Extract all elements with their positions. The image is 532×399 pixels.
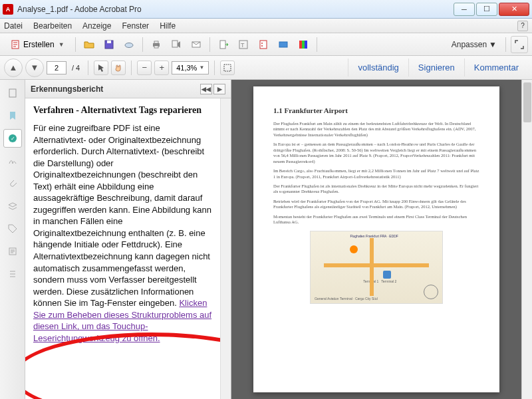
hand-tool-button[interactable] (111, 61, 126, 75)
zoom-level-select[interactable]: 41,3% ▼ (172, 61, 209, 74)
doc-paragraph: Im Bereich Cargo, also Frachtaufkommen, … (273, 168, 479, 180)
page-number-input[interactable] (47, 61, 66, 74)
thumbnails-icon[interactable] (3, 84, 22, 102)
panel-next-button[interactable]: ▶ (213, 84, 225, 94)
navigation-toolbar: ▲ ▼ / 4 − + 41,3% ▼ vollständig Signiere… (0, 56, 532, 80)
svg-rect-9 (220, 41, 225, 49)
menu-window[interactable]: Fenster (122, 21, 149, 31)
airport-map-figure: General Aviation Terminal · Cargo City S… (310, 231, 443, 304)
select-tool-button[interactable] (94, 61, 108, 75)
svg-rect-17 (302, 41, 305, 49)
tools-link[interactable]: vollständig (348, 59, 408, 76)
menu-file[interactable]: Datei (4, 21, 23, 31)
sign-link[interactable]: Signieren (408, 59, 464, 76)
layers-icon[interactable] (3, 197, 22, 215)
page-down-button[interactable]: ▼ (25, 59, 44, 77)
open-button[interactable] (80, 36, 98, 53)
svg-rect-12 (260, 41, 267, 49)
page-total-label: / 4 (72, 64, 80, 72)
dropdown-arrow-icon: ▼ (59, 41, 65, 48)
dropdown-arrow-icon: ▼ (489, 40, 497, 49)
save-button[interactable] (100, 36, 118, 53)
menu-help[interactable]: Hilfe (160, 21, 176, 31)
order-icon[interactable] (3, 265, 22, 283)
export-button[interactable] (215, 36, 232, 53)
svg-rect-19 (224, 65, 231, 71)
comment-link[interactable]: Kommentar (464, 59, 528, 76)
bookmarks-icon[interactable] (3, 106, 22, 125)
svg-point-13 (261, 43, 263, 44)
app-icon: A (3, 4, 13, 15)
doc-heading: 1.1 Frankfurter Airport (273, 106, 479, 114)
panel-text: Für eine zugreifbare PDF ist eine Altern… (33, 123, 211, 308)
panel-heading: Verfahren - Alternativtext Tags reparier… (33, 105, 212, 116)
cloud-button[interactable] (120, 36, 138, 53)
fullscreen-button[interactable] (511, 36, 528, 53)
svg-rect-2 (107, 41, 111, 43)
window-title: Analyse_1.pdf - Adobe Acrobat Pro (17, 5, 452, 14)
svg-rect-15 (279, 42, 287, 47)
zoom-value: 41,3% (176, 64, 197, 72)
customize-button[interactable]: Anpassen ▼ (448, 40, 501, 49)
svg-rect-16 (299, 41, 302, 49)
email-button[interactable] (188, 36, 205, 53)
svg-rect-5 (154, 41, 158, 43)
svg-rect-18 (305, 41, 307, 49)
svg-rect-6 (154, 46, 158, 48)
print-button[interactable] (148, 36, 165, 53)
doc-paragraph: Momentan besteht der Frankfurter Flughaf… (273, 214, 479, 225)
menu-edit[interactable]: Bearbeiten (33, 21, 72, 31)
svg-point-14 (261, 45, 263, 47)
maximize-button[interactable]: ☐ (476, 3, 497, 16)
document-viewport[interactable]: 1.1 Frankfurter Airport Der Flughafen Fr… (231, 80, 521, 399)
menu-bar: Datei Bearbeiten Anzeige Fenster Hilfe ? (0, 19, 532, 33)
panel-header: Erkennungsbericht ◀◀ ▶ (25, 80, 231, 98)
page-up-button[interactable]: ▲ (4, 59, 23, 77)
pdf-page: 1.1 Frankfurter Airport Der Flughafen Fr… (253, 86, 499, 392)
panel-prev-button[interactable]: ◀◀ (200, 84, 212, 94)
side-rail: ✓ (0, 80, 25, 399)
ocr-button[interactable]: T (235, 36, 252, 53)
svg-text:✓: ✓ (11, 136, 15, 142)
svg-point-3 (125, 43, 133, 47)
customize-label: Anpassen (452, 40, 487, 49)
dropdown-arrow-icon: ▼ (199, 65, 204, 70)
svg-text:T: T (241, 42, 245, 49)
content-icon[interactable] (3, 242, 22, 261)
panel-title: Erkennungsbericht (31, 84, 103, 94)
multimedia-button[interactable] (275, 36, 292, 53)
create-button[interactable]: Erstellen ▼ (4, 36, 70, 53)
recognition-report-panel: Erkennungsbericht ◀◀ ▶ Verfahren - Alter… (25, 80, 231, 399)
attachments-icon[interactable] (3, 174, 22, 193)
share-button[interactable] (168, 36, 185, 53)
svg-rect-20 (9, 89, 16, 97)
zoom-in-button[interactable]: + (154, 61, 169, 75)
doc-paragraph: Der Frankfurter Flughafen ist als intern… (273, 184, 479, 195)
window-titlebar: A Analyse_1.pdf - Adobe Acrobat Pro ─ ☐ … (0, 0, 532, 19)
panel-body: Verfahren - Alternativtext Tags reparier… (25, 98, 220, 399)
main-area: ✓ Erkennungsbericht ◀◀ ▶ Verfahren - Alt… (0, 80, 532, 399)
doc-paragraph: In Europa ist er – gemessen an dem Passa… (273, 142, 479, 164)
zoom-out-button[interactable]: − (137, 61, 152, 75)
minimize-button[interactable]: ─ (454, 3, 475, 16)
menu-view[interactable]: Anzeige (82, 21, 111, 31)
panel-scrollbar[interactable] (220, 98, 231, 399)
close-button[interactable]: ✕ (499, 3, 529, 16)
svg-rect-7 (172, 41, 178, 47)
document-scrollbar[interactable] (521, 80, 532, 399)
doc-paragraph: Betrieben wird der Frankfurter Flughafen… (273, 199, 479, 210)
signatures-icon[interactable] (3, 152, 22, 170)
accessibility-report-icon[interactable]: ✓ (3, 129, 22, 148)
help-icon[interactable]: ? (517, 21, 528, 31)
scrollbar-thumb[interactable] (523, 82, 531, 122)
tags-icon[interactable] (3, 219, 22, 238)
color-button[interactable] (295, 36, 312, 53)
form-button[interactable] (255, 36, 272, 53)
create-label: Erstellen (23, 40, 55, 49)
main-toolbar: Erstellen ▼ T Anpassen ▼ (0, 33, 532, 56)
doc-paragraph: Der Flughafen Frankfurt am Main zählt zu… (273, 121, 479, 138)
marquee-zoom-button[interactable] (220, 61, 235, 75)
